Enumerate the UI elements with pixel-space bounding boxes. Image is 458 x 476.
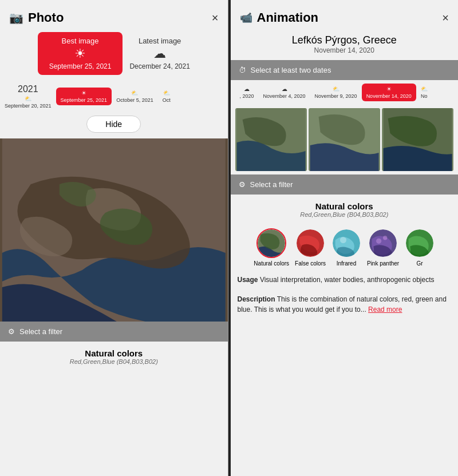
right-date-strip: ☁ , 2020 ☁ November 4, 2020 ⛅ November 9…: [231, 80, 459, 105]
filter-icon-left: ⚙: [8, 327, 15, 336]
right-date-label-3: November 14, 2020: [366, 93, 412, 99]
filter-pink-panther[interactable]: Pink panther: [367, 228, 399, 267]
location-date: November 14, 2020: [240, 46, 449, 54]
location-name: Lefkós Pýrgos, Greece: [240, 34, 449, 46]
filter-circle-natural[interactable]: [256, 228, 286, 258]
left-natural-colors: Natural colors Red,Green,Blue (B04,B03,B…: [0, 342, 228, 370]
date-item-3[interactable]: ⛅ Oct: [158, 88, 175, 105]
animation-close-button[interactable]: ×: [442, 12, 449, 23]
thumb-3[interactable]: [382, 108, 453, 171]
filter-circle-pink[interactable]: [368, 228, 398, 258]
filter-infrared[interactable]: Infrared: [331, 228, 361, 267]
weather-symbol-0: ⛅: [25, 96, 31, 102]
left-filter-label: Select a filter: [19, 327, 62, 336]
left-satellite-image: [0, 138, 228, 322]
animation-title-group: 📹 Animation: [240, 10, 319, 25]
usage-description: Usage Visual interpretation, water bodie…: [231, 270, 459, 289]
filter-gr[interactable]: Gr: [405, 228, 435, 267]
left-date-strip: 2021 ⛅ September 20, 2021 ☀ September 25…: [0, 82, 228, 113]
date-label-1: September 25, 2021: [61, 97, 108, 103]
left-nc-subtitle: Red,Green,Blue (B04,B03,B02): [9, 358, 219, 365]
right-date-label-4: No: [421, 93, 428, 99]
weather-symbol-1: ☀: [81, 90, 86, 96]
camera-icon: 📷: [9, 11, 23, 25]
thumbnail-row: [231, 105, 459, 174]
date-label-2: October 5, 2021: [116, 97, 153, 103]
best-latest-row: Best image ☀ September 25, 2021 Latest i…: [0, 32, 228, 82]
read-more-link[interactable]: Read more: [368, 306, 402, 314]
date-item-0[interactable]: 2021 ⛅ September 20, 2021: [0, 82, 56, 111]
thumb-2[interactable]: [309, 108, 380, 171]
filter-circle-gr[interactable]: [405, 228, 435, 258]
svg-point-7: [340, 237, 346, 243]
filter-pink-label: Pink panther: [367, 260, 399, 267]
date-label-0: September 20, 2021: [5, 103, 52, 109]
filter-gr-label: Gr: [417, 260, 423, 267]
weather-symbol-2: ⛅: [131, 90, 138, 96]
filter-icon-right: ⚙: [239, 180, 246, 189]
clock-icon: ⏱: [239, 66, 246, 74]
right-weather-0: ☁: [244, 86, 250, 92]
photo-title: Photo: [28, 10, 64, 25]
right-date-item-3[interactable]: ☀ November 14, 2020: [362, 84, 416, 101]
date-select-label: Select at least two dates: [251, 66, 331, 74]
sun-icon: ☀: [49, 46, 112, 61]
svg-point-10: [383, 236, 387, 240]
video-icon: 📹: [240, 11, 252, 24]
right-date-select-header[interactable]: ⏱ Select at least two dates: [231, 60, 459, 80]
date-item-1[interactable]: ☀ September 25, 2021: [56, 88, 112, 105]
right-weather-2: ⛅: [333, 86, 339, 92]
left-filter-header[interactable]: ⚙ Select a filter: [0, 322, 228, 342]
cloud-icon: ☁: [129, 46, 189, 61]
usage-label: Usage: [238, 276, 258, 284]
photo-close-button[interactable]: ×: [212, 12, 219, 23]
weather-symbol-3: ⛅: [163, 90, 170, 96]
right-weather-1: ☁: [282, 86, 287, 92]
photo-panel: 📷 Photo × Best image ☀ September 25, 202…: [0, 0, 228, 476]
latest-image-card[interactable]: Latest image ☁ December 24, 2021: [129, 37, 189, 70]
right-nc-subtitle: Red,Green,Blue (B04,B03,B02): [240, 211, 449, 218]
right-filter-header[interactable]: ⚙ Select a filter: [231, 174, 459, 195]
right-date-item-1[interactable]: ☁ November 4, 2020: [259, 84, 310, 101]
best-image-card[interactable]: Best image ☀ September 25, 2021: [38, 32, 123, 75]
right-natural-colors: Natural colors Red,Green,Blue (B04,B03,B…: [231, 195, 459, 223]
right-date-label-2: November 9, 2020: [315, 93, 357, 99]
right-weather-4: ⛅: [421, 86, 428, 92]
latest-image-date: December 24, 2021: [129, 62, 189, 70]
right-date-label-1: November 4, 2020: [263, 93, 306, 99]
right-nc-title: Natural colors: [240, 201, 449, 211]
right-date-label-0: , 2020: [240, 93, 254, 99]
filter-infrared-label: Infrared: [337, 260, 356, 267]
svg-point-9: [376, 239, 381, 244]
filter-natural-label: Natural colors: [254, 260, 289, 267]
latest-image-label: Latest image: [129, 37, 189, 45]
right-filter-label: Select a filter: [250, 180, 293, 189]
best-image-date: September 25, 2021: [49, 62, 112, 70]
date-item-2[interactable]: ⛅ October 5, 2021: [112, 88, 158, 105]
description-block: Description This is the combination of n…: [231, 289, 459, 319]
date-label-3: Oct: [163, 97, 171, 103]
animation-panel: 📹 Animation × Lefkós Pýrgos, Greece Nove…: [231, 0, 459, 476]
location-info: Lefkós Pýrgos, Greece November 14, 2020: [231, 32, 459, 60]
left-nc-title: Natural colors: [9, 348, 219, 358]
filter-circle-infrared[interactable]: [331, 228, 361, 258]
photo-title-group: 📷 Photo: [9, 10, 64, 25]
filter-circle-false[interactable]: [295, 228, 325, 258]
right-date-item-0[interactable]: ☁ , 2020: [235, 84, 259, 101]
right-date-item-4[interactable]: ⛅ No: [416, 84, 432, 101]
animation-title: Animation: [257, 10, 319, 25]
photo-header: 📷 Photo ×: [0, 0, 228, 32]
best-image-label: Best image: [49, 37, 112, 45]
usage-text: Visual interpretation, water bodies, ant…: [260, 276, 435, 284]
right-weather-3: ☀: [386, 86, 392, 92]
thumb-1[interactable]: [235, 108, 307, 171]
animation-header: 📹 Animation ×: [231, 0, 459, 32]
desc-label: Description: [238, 295, 275, 303]
right-date-item-2[interactable]: ⛅ November 9, 2020: [310, 84, 362, 101]
hide-button[interactable]: Hide: [86, 116, 141, 133]
filter-options-row: Natural colors False colors: [231, 223, 459, 270]
filter-false-label: False colors: [295, 260, 326, 267]
filter-natural[interactable]: Natural colors: [254, 228, 289, 267]
weather-icon-0: 2021: [18, 84, 38, 94]
filter-false[interactable]: False colors: [295, 228, 326, 267]
